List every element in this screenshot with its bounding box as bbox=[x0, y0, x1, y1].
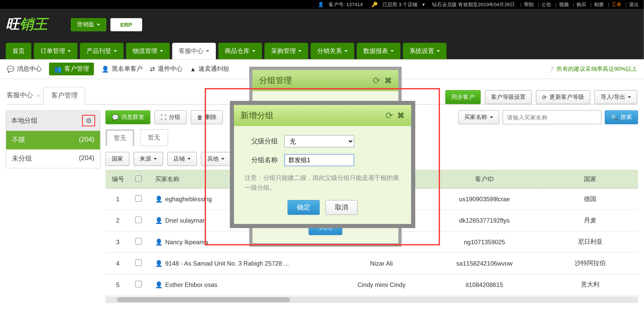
table-row[interactable]: 5👤Esther Ehibor osasCindy mimi Cindyit10… bbox=[106, 274, 638, 295]
level-setting-button[interactable]: 客户等级设置 bbox=[485, 90, 532, 104]
filter-2[interactable]: 店铺 bbox=[167, 152, 197, 166]
customer-id: 客户号: 137414 bbox=[329, 2, 363, 7]
nav-item-8[interactable]: 数据报表 bbox=[357, 43, 400, 59]
row-mid: Cindy mimi Cindy bbox=[336, 274, 427, 295]
table-row[interactable]: 4👤9148 - As Samad Unit No. 3 Rabigh 2572… bbox=[106, 252, 638, 274]
caret-down-icon bbox=[298, 50, 302, 54]
col-5: 国家 bbox=[542, 170, 638, 188]
filter-1[interactable]: 来源 bbox=[133, 152, 163, 166]
filter-0[interactable]: 国家 bbox=[106, 152, 130, 166]
select-all-checkbox[interactable] bbox=[135, 175, 142, 182]
modal-header: 新增分组 ⟳ ✖ bbox=[234, 105, 411, 126]
nav-item-4[interactable]: 客服中心 bbox=[172, 43, 216, 59]
row-index: 3 bbox=[106, 231, 130, 252]
erp-button[interactable]: ERP bbox=[110, 18, 142, 31]
breadcrumb-tab[interactable]: 客户管理 bbox=[43, 87, 85, 105]
caret-down-icon bbox=[628, 96, 631, 100]
group-name-input[interactable] bbox=[284, 154, 354, 166]
group-btn-label: 分组 bbox=[169, 114, 181, 121]
subbar-label: 黑名单客户 bbox=[112, 65, 143, 73]
customer-id: us190903599lcrae bbox=[427, 188, 542, 210]
nav-label: 物流管理 bbox=[133, 47, 157, 55]
caret-down-icon[interactable]: ▾ bbox=[422, 2, 425, 7]
nav-label: 采购管理 bbox=[271, 47, 296, 55]
search-btn-label: 搜索 bbox=[620, 114, 632, 121]
subbar-item-1[interactable]: 👥客户管理 bbox=[49, 63, 94, 75]
sidebar-item-1[interactable]: 未分组(204) bbox=[6, 150, 100, 168]
caret-down-icon bbox=[154, 158, 157, 161]
nav-item-2[interactable]: 产品刊登 bbox=[80, 43, 124, 59]
row-checkbox[interactable] bbox=[135, 281, 142, 287]
edition-dropdown[interactable]: 营销版 bbox=[71, 18, 106, 31]
row-checkbox[interactable] bbox=[135, 195, 142, 202]
scrollbar-thumb[interactable] bbox=[117, 297, 290, 302]
user-icon: 👤 bbox=[155, 260, 163, 267]
nav-item-5[interactable]: 商品仓库 bbox=[218, 43, 262, 59]
sync-customers-button[interactable]: 同步客户 bbox=[445, 90, 481, 104]
topbar-link-help[interactable]: 帮助 bbox=[524, 2, 534, 7]
filter-3[interactable]: 其他 bbox=[201, 152, 231, 166]
subbar-item-2[interactable]: 👤黑名单客户 bbox=[101, 65, 143, 73]
row-index: 4 bbox=[106, 252, 130, 274]
topbar-link-buy[interactable]: 购买 bbox=[577, 2, 586, 7]
row-checkbox[interactable] bbox=[135, 216, 142, 223]
cancel-button[interactable]: 取消 bbox=[325, 200, 358, 215]
nav-item-9[interactable]: 系统设置 bbox=[403, 43, 447, 59]
sidebar-item-0[interactable]: 不限(204) bbox=[6, 131, 100, 150]
topbar-link-album[interactable]: 相册 bbox=[594, 2, 604, 7]
update-level-button[interactable]: ⟳更新客户等级 bbox=[536, 90, 590, 104]
logo: 旺销王 bbox=[6, 16, 63, 33]
topbar-link-logout[interactable]: 退出 bbox=[629, 2, 639, 7]
search-button[interactable]: 🔍搜索 bbox=[605, 110, 638, 124]
search-icon: 🔍 bbox=[611, 114, 618, 121]
nav-item-6[interactable]: 采购管理 bbox=[264, 43, 308, 59]
subbar-item-3[interactable]: ⇄退件中心 bbox=[150, 65, 182, 73]
svg-text:旺销王: 旺销王 bbox=[6, 16, 49, 32]
nav-item-3[interactable]: 物流管理 bbox=[126, 43, 170, 59]
caret-down-icon bbox=[344, 50, 348, 54]
nav-label: 客服中心 bbox=[179, 47, 203, 55]
nav-item-0[interactable]: 首页 bbox=[6, 43, 31, 59]
breadcrumb: 客服中心 › 客户管理 bbox=[7, 86, 85, 104]
country: 尼日利亚 bbox=[542, 231, 638, 252]
search-input[interactable] bbox=[503, 110, 602, 124]
sidebar-item-label: 未分组 bbox=[12, 154, 32, 163]
cancel-label: 取消 bbox=[335, 203, 348, 212]
close-icon[interactable]: ✖ bbox=[397, 110, 405, 121]
horizontal-scrollbar[interactable] bbox=[106, 296, 638, 303]
refresh-icon[interactable]: ⟳ bbox=[385, 110, 393, 121]
nav-item-1[interactable]: 订单管理 bbox=[34, 43, 78, 59]
breadcrumb-root[interactable]: 客服中心 bbox=[7, 91, 33, 100]
caret-down-icon bbox=[391, 50, 394, 54]
tab-a[interactable]: 暂无 bbox=[106, 129, 134, 146]
tab-b[interactable]: 暂无 bbox=[140, 129, 168, 146]
topbar-link-video[interactable]: 视频 bbox=[559, 2, 569, 7]
group-icon: ⛶ bbox=[161, 114, 166, 121]
group-button[interactable]: ⛶分组 bbox=[154, 110, 187, 124]
delete-button[interactable]: 🗑删除 bbox=[191, 110, 223, 124]
row-index: 1 bbox=[106, 188, 130, 210]
close-icon[interactable]: ✖ bbox=[384, 75, 392, 86]
parent-group-label: 父级分组 bbox=[245, 137, 278, 146]
ok-button[interactable]: 确定 bbox=[288, 200, 320, 215]
topbar-link-notice[interactable]: 公告 bbox=[542, 2, 551, 7]
import-export-button[interactable]: 导入/导出 bbox=[595, 90, 637, 104]
refresh-icon[interactable]: ⟳ bbox=[373, 75, 380, 86]
nav-item-7[interactable]: 分销关系 bbox=[311, 43, 354, 59]
row-checkbox[interactable] bbox=[135, 238, 142, 245]
user-icon: 👤 bbox=[155, 217, 163, 224]
row-checkbox[interactable] bbox=[135, 259, 142, 266]
return-icon: ⇄ bbox=[150, 65, 155, 73]
nav-label: 分销关系 bbox=[317, 47, 342, 55]
buyer-name: Dnel sulayman bbox=[165, 217, 206, 224]
subbar-item-0[interactable]: 💬消息中心 bbox=[7, 65, 42, 73]
caret-down-icon bbox=[437, 50, 440, 54]
gear-icon[interactable]: ⚙ bbox=[82, 115, 95, 126]
mass-message-button[interactable]: 💬消息群发 bbox=[106, 110, 150, 124]
search-field-dropdown[interactable]: 买家名称 bbox=[458, 110, 499, 124]
subbar-item-4[interactable]: ▲速卖通纠纷 bbox=[190, 65, 229, 73]
topbar-link-ticket[interactable]: 工单 bbox=[612, 2, 621, 7]
parent-group-select[interactable]: 无 bbox=[284, 135, 354, 147]
membership-info: 钻石会员版 有效期至2019年04月28日 bbox=[432, 2, 515, 7]
sync-label: 同步客户 bbox=[451, 93, 475, 101]
